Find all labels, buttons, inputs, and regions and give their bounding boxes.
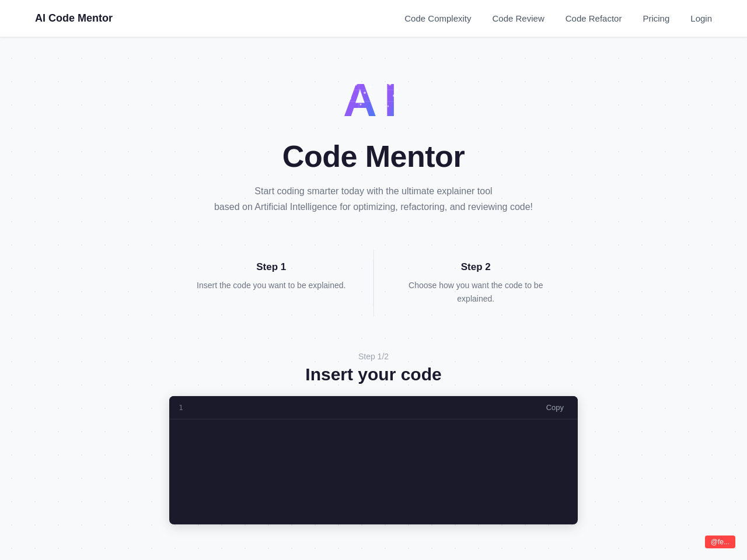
step-2-desc: Choose how you want the code to be expla… bbox=[397, 279, 555, 305]
code-content[interactable] bbox=[169, 419, 578, 524]
hero-subtitle-line2: based on Artificial Intelligence for opt… bbox=[214, 202, 533, 212]
ai-logo: A I bbox=[338, 72, 409, 125]
code-editor-header: 1 Copy bbox=[169, 396, 578, 419]
copy-button[interactable]: Copy bbox=[542, 402, 568, 413]
line-number: 1 bbox=[179, 403, 183, 412]
navbar-brand[interactable]: AI Code Mentor bbox=[35, 12, 113, 24]
nav-link-code-complexity[interactable]: Code Complexity bbox=[404, 13, 471, 23]
nav-link-pricing[interactable]: Pricing bbox=[643, 13, 669, 23]
hero-subtitle: Start coding smarter today with the ulti… bbox=[214, 183, 533, 215]
nav-link-code-refactor[interactable]: Code Refactor bbox=[566, 13, 622, 23]
svg-point-9 bbox=[388, 106, 389, 107]
section-title: Insert your code bbox=[169, 365, 578, 384]
svg-point-7 bbox=[389, 83, 392, 86]
svg-text:A: A bbox=[343, 74, 377, 125]
hero-subtitle-line1: Start coding smarter today with the ulti… bbox=[254, 186, 492, 196]
svg-point-6 bbox=[369, 86, 372, 88]
step-1-title: Step 1 bbox=[193, 261, 350, 273]
step-1: Step 1 Insert the code you want to be ex… bbox=[169, 250, 374, 317]
code-section: Step 1/2 Insert your code 1 Copy bbox=[169, 352, 578, 524]
step-2-title: Step 2 bbox=[397, 261, 555, 273]
nav-link-code-review[interactable]: Code Review bbox=[493, 13, 544, 23]
svg-point-8 bbox=[393, 94, 395, 97]
main-content: A I Code Mentor Start coding smarter tod… bbox=[0, 37, 747, 548]
code-editor: 1 Copy bbox=[169, 396, 578, 524]
svg-point-4 bbox=[349, 97, 351, 100]
step-indicator: Step 1/2 bbox=[169, 352, 578, 361]
navbar-links: Code Complexity Code Review Code Refacto… bbox=[404, 13, 712, 24]
step-1-desc: Insert the code you want to be explained… bbox=[193, 279, 350, 292]
svg-text:I: I bbox=[384, 74, 397, 125]
nav-link-login[interactable]: Login bbox=[690, 13, 712, 23]
steps-container: Step 1 Insert the code you want to be ex… bbox=[169, 250, 578, 317]
hero-title: Code Mentor bbox=[282, 139, 465, 174]
watermark: @fe... bbox=[705, 536, 735, 548]
step-2: Step 2 Choose how you want the code to b… bbox=[374, 250, 578, 317]
svg-point-3 bbox=[364, 92, 366, 94]
navbar: AI Code Mentor Code Complexity Code Revi… bbox=[0, 0, 747, 37]
svg-point-2 bbox=[355, 83, 358, 86]
svg-point-5 bbox=[360, 104, 362, 106]
